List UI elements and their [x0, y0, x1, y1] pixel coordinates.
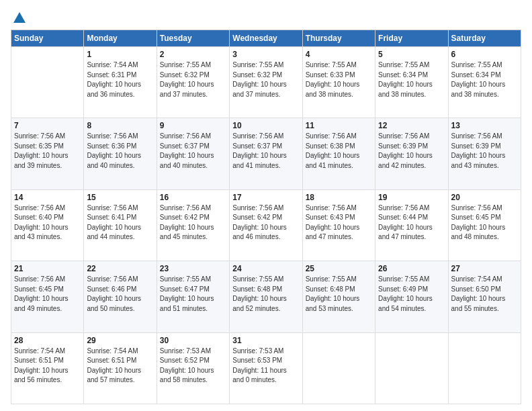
sunset-text: Sunset: 6:48 PM [232, 285, 299, 295]
calendar-day-cell: 9Sunrise: 7:56 AMSunset: 6:37 PMDaylight… [157, 118, 229, 189]
sunrise-text: Sunrise: 7:53 AM [232, 347, 299, 357]
day-detail: Sunrise: 7:56 AMSunset: 6:45 PMDaylight:… [14, 275, 81, 314]
day-number: 13 [451, 121, 518, 130]
daylight-line1: Daylight: 10 hours [87, 151, 153, 161]
day-detail: Sunrise: 7:56 AMSunset: 6:39 PMDaylight:… [451, 132, 518, 171]
day-detail: Sunrise: 7:55 AMSunset: 6:48 PMDaylight:… [306, 275, 372, 314]
day-number: 2 [160, 50, 226, 59]
daylight-line2: and 38 minutes. [378, 90, 445, 100]
daylight-line1: Daylight: 10 hours [232, 80, 299, 90]
sunrise-text: Sunrise: 7:56 AM [14, 132, 81, 142]
daylight-line2: and 46 minutes. [232, 232, 299, 242]
calendar-day-cell: 5Sunrise: 7:55 AMSunset: 6:34 PMDaylight… [375, 47, 448, 118]
day-number: 16 [160, 193, 226, 202]
daylight-line2: and 43 minutes. [14, 232, 81, 242]
sunset-text: Sunset: 6:52 PM [160, 356, 226, 366]
sunrise-text: Sunrise: 7:56 AM [378, 132, 445, 142]
sunrise-text: Sunrise: 7:55 AM [306, 275, 372, 285]
sunset-text: Sunset: 6:31 PM [87, 71, 153, 81]
sunset-text: Sunset: 6:49 PM [378, 285, 445, 295]
day-number: 14 [14, 193, 81, 202]
calendar-day-cell [11, 47, 84, 118]
sunset-text: Sunset: 6:33 PM [306, 71, 372, 81]
daylight-line2: and 38 minutes. [306, 90, 372, 100]
day-number: 5 [378, 50, 445, 59]
day-detail: Sunrise: 7:54 AMSunset: 6:51 PMDaylight:… [14, 347, 81, 385]
daylight-line1: Daylight: 10 hours [232, 223, 299, 233]
daylight-line2: and 51 minutes. [160, 304, 226, 314]
calendar-day-cell: 6Sunrise: 7:55 AMSunset: 6:34 PMDaylight… [448, 47, 521, 118]
day-number: 29 [87, 336, 153, 345]
day-detail: Sunrise: 7:55 AMSunset: 6:33 PMDaylight:… [306, 60, 372, 99]
daylight-line1: Daylight: 10 hours [87, 80, 153, 90]
calendar-day-cell: 24Sunrise: 7:55 AMSunset: 6:48 PMDayligh… [230, 261, 302, 332]
day-number: 26 [378, 264, 445, 273]
weekday-header-friday: Friday [375, 30, 448, 47]
day-detail: Sunrise: 7:56 AMSunset: 6:39 PMDaylight:… [378, 132, 445, 171]
calendar-day-cell: 19Sunrise: 7:56 AMSunset: 6:44 PMDayligh… [375, 189, 448, 261]
daylight-line1: Daylight: 10 hours [306, 294, 372, 304]
calendar-day-cell: 29Sunrise: 7:54 AMSunset: 6:51 PMDayligh… [84, 332, 157, 404]
sunset-text: Sunset: 6:32 PM [160, 71, 226, 81]
day-detail: Sunrise: 7:56 AMSunset: 6:46 PMDaylight:… [87, 275, 153, 314]
day-detail: Sunrise: 7:53 AMSunset: 6:53 PMDaylight:… [232, 347, 299, 385]
daylight-line2: and 58 minutes. [160, 375, 226, 385]
calendar-day-cell: 3Sunrise: 7:55 AMSunset: 6:32 PMDaylight… [230, 47, 302, 118]
sunrise-text: Sunrise: 7:56 AM [451, 203, 518, 214]
sunset-text: Sunset: 6:32 PM [232, 71, 299, 81]
sunset-text: Sunset: 6:34 PM [451, 71, 518, 81]
daylight-line2: and 40 minutes. [87, 161, 153, 171]
day-detail: Sunrise: 7:55 AMSunset: 6:48 PMDaylight:… [232, 275, 299, 314]
daylight-line1: Daylight: 10 hours [378, 80, 445, 90]
day-detail: Sunrise: 7:55 AMSunset: 6:47 PMDaylight:… [160, 275, 226, 314]
calendar-day-cell: 11Sunrise: 7:56 AMSunset: 6:38 PMDayligh… [302, 118, 375, 189]
day-number: 8 [87, 121, 153, 130]
sunset-text: Sunset: 6:39 PM [378, 142, 445, 152]
calendar-week-row: 1Sunrise: 7:54 AMSunset: 6:31 PMDaylight… [11, 47, 521, 118]
daylight-line1: Daylight: 10 hours [14, 294, 81, 304]
calendar-day-cell: 26Sunrise: 7:55 AMSunset: 6:49 PMDayligh… [375, 261, 448, 332]
sunset-text: Sunset: 6:45 PM [14, 285, 81, 295]
day-detail: Sunrise: 7:56 AMSunset: 6:38 PMDaylight:… [306, 132, 372, 171]
weekday-header-monday: Monday [84, 30, 157, 47]
sunset-text: Sunset: 6:50 PM [451, 285, 518, 295]
sunrise-text: Sunrise: 7:56 AM [14, 203, 81, 214]
daylight-line2: and 47 minutes. [306, 232, 372, 242]
calendar-day-cell: 21Sunrise: 7:56 AMSunset: 6:45 PMDayligh… [11, 261, 84, 332]
day-number: 12 [378, 121, 445, 130]
weekday-header-sunday: Sunday [11, 30, 84, 47]
daylight-line2: and 37 minutes. [160, 90, 226, 100]
daylight-line2: and 49 minutes. [14, 304, 81, 314]
sunrise-text: Sunrise: 7:53 AM [160, 347, 226, 357]
sunrise-text: Sunrise: 7:56 AM [87, 132, 153, 142]
day-number: 20 [451, 193, 518, 202]
sunset-text: Sunset: 6:42 PM [232, 213, 299, 223]
calendar-day-cell: 7Sunrise: 7:56 AMSunset: 6:35 PMDaylight… [11, 118, 84, 189]
day-detail: Sunrise: 7:54 AMSunset: 6:50 PMDaylight:… [451, 275, 518, 314]
daylight-line1: Daylight: 10 hours [160, 80, 226, 90]
daylight-line2: and 36 minutes. [87, 90, 153, 100]
day-detail: Sunrise: 7:56 AMSunset: 6:43 PMDaylight:… [306, 203, 372, 242]
daylight-line1: Daylight: 10 hours [232, 151, 299, 161]
sunrise-text: Sunrise: 7:55 AM [160, 275, 226, 285]
sunrise-text: Sunrise: 7:56 AM [160, 132, 226, 142]
sunrise-text: Sunrise: 7:54 AM [87, 347, 153, 357]
daylight-line2: and 38 minutes. [451, 90, 518, 100]
sunrise-text: Sunrise: 7:54 AM [14, 347, 81, 357]
day-number: 4 [306, 50, 372, 59]
sunrise-text: Sunrise: 7:56 AM [451, 132, 518, 142]
sunset-text: Sunset: 6:46 PM [87, 285, 153, 295]
daylight-line1: Daylight: 10 hours [160, 151, 226, 161]
calendar-day-cell: 13Sunrise: 7:56 AMSunset: 6:39 PMDayligh… [448, 118, 521, 189]
sunset-text: Sunset: 6:34 PM [378, 71, 445, 81]
calendar-day-cell: 23Sunrise: 7:55 AMSunset: 6:47 PMDayligh… [157, 261, 229, 332]
day-number: 18 [306, 193, 372, 202]
weekday-header-saturday: Saturday [448, 30, 521, 47]
day-detail: Sunrise: 7:56 AMSunset: 6:42 PMDaylight:… [232, 203, 299, 242]
daylight-line1: Daylight: 10 hours [378, 223, 445, 233]
calendar-day-cell: 27Sunrise: 7:54 AMSunset: 6:50 PMDayligh… [448, 261, 521, 332]
daylight-line2: and 52 minutes. [232, 304, 299, 314]
day-number: 3 [232, 50, 299, 59]
sunrise-text: Sunrise: 7:55 AM [378, 275, 445, 285]
calendar-day-cell: 17Sunrise: 7:56 AMSunset: 6:42 PMDayligh… [230, 189, 302, 261]
